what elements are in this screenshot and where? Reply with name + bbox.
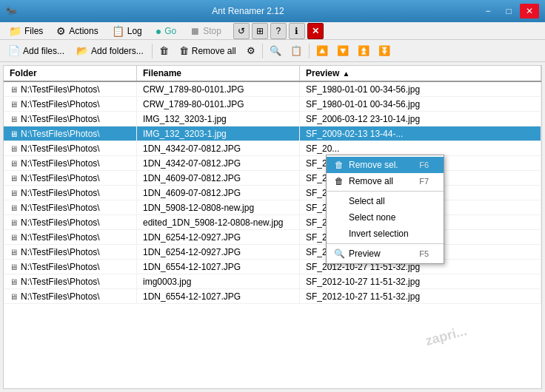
cell-filename: img0003.jpg xyxy=(137,274,300,288)
misc-button[interactable]: ⚙ xyxy=(243,42,259,60)
row-folder-icon: 🖥 xyxy=(10,144,18,153)
remove-all-button[interactable]: 🗑 Remove all xyxy=(174,42,241,60)
table-row[interactable]: 🖥N:\TestFiles\Photos\1DN_5908-12-0808-ne… xyxy=(4,200,541,215)
add-folders-icon: 📂 xyxy=(76,45,88,56)
table-row[interactable]: 🖥N:\TestFiles\Photos\edited_1DN_5908-12-… xyxy=(4,215,541,230)
add-files-label: Add files... xyxy=(23,46,64,56)
minimize-button[interactable]: − xyxy=(478,4,498,18)
table-row[interactable]: 🖥N:\TestFiles\Photos\IMG_132_3203-1.jpgS… xyxy=(4,126,541,141)
ctx-remove-sel-icon: 🗑 xyxy=(332,159,346,171)
row-folder-icon: 🖥 xyxy=(10,100,18,109)
col-filename[interactable]: Filename xyxy=(137,66,300,81)
menu-log[interactable]: 📋 Log xyxy=(106,24,148,38)
cell-preview: SF_20... xyxy=(300,141,541,155)
move-top-button[interactable]: ⏫ xyxy=(354,42,373,60)
ctx-select-none[interactable]: Select none xyxy=(327,209,444,226)
ctx-select-all[interactable]: Select all xyxy=(327,193,444,209)
row-folder-icon: 🖥 xyxy=(10,263,18,271)
ctx-invert-sel-icon xyxy=(332,228,346,240)
toolbar-icon-1[interactable]: ↺ xyxy=(233,23,250,39)
table-row[interactable]: 🖥N:\TestFiles\Photos\1DN_4342-07-0812.JP… xyxy=(4,141,541,156)
menu-go[interactable]: ● Go xyxy=(150,24,182,38)
cell-filename: 1DN_4609-07-0812.JPG xyxy=(137,186,300,200)
toolbar-icon-3[interactable]: ? xyxy=(270,23,287,39)
cell-filename: 1DN_6554-12-1027.JPG xyxy=(137,260,300,274)
cell-preview: SF_2012-10-27 11-51-32.jpg xyxy=(300,289,541,303)
cell-folder: 🖥N:\TestFiles\Photos\ xyxy=(4,171,137,185)
search-button[interactable]: 🔍 xyxy=(266,42,285,60)
file-table: Folder Filename Preview ▲ 🖥N:\TestFiles\… xyxy=(3,65,542,389)
menu-files[interactable]: 📁 Files xyxy=(3,24,49,38)
ctx-remove-all[interactable]: 🗑 Remove all F7 xyxy=(327,173,444,189)
cell-filename: 1DN_6254-12-0927.JPG xyxy=(137,230,300,244)
table-row[interactable]: 🖥N:\TestFiles\Photos\1DN_6254-12-0927.JP… xyxy=(4,245,541,260)
cell-preview: SF_2006-03-12 23-10-14.jpg xyxy=(300,112,541,126)
cell-preview: SF_2009-02-13 13-44-... xyxy=(300,126,541,141)
ctx-remove-sel-label: Remove sel. xyxy=(349,160,398,170)
toolbar-icon-4[interactable]: ℹ xyxy=(289,23,305,39)
add-folders-button[interactable]: 📂 Add folders... xyxy=(71,42,149,60)
cell-preview: SF_1980-01-01 00-34-56.jpg xyxy=(300,97,541,111)
cell-folder: 🖥N:\TestFiles\Photos\ xyxy=(4,82,137,96)
cell-preview: SF_2012-10-27 11-51-32.jpg xyxy=(300,274,541,288)
cell-filename: CRW_1789-80-0101.JPG xyxy=(137,82,300,96)
toolbar-icon-5[interactable]: ✕ xyxy=(307,23,324,39)
table-row[interactable]: 🖥N:\TestFiles\Photos\CRW_1789-80-0101.JP… xyxy=(4,82,541,97)
title-bar: 🐜 Ant Renamer 2.12 − □ ✕ xyxy=(0,0,545,22)
cell-folder: 🖥N:\TestFiles\Photos\ xyxy=(4,215,137,229)
cell-filename: IMG_132_3203-1.jpg xyxy=(137,126,300,141)
table-row[interactable]: 🖥N:\TestFiles\Photos\CRW_1789-80-0101.JP… xyxy=(4,97,541,112)
ctx-select-all-icon xyxy=(332,195,346,207)
table-header: Folder Filename Preview ▲ xyxy=(4,66,541,82)
row-folder-icon: 🖥 xyxy=(10,189,18,197)
ctx-preview-icon: 🔍 xyxy=(332,248,346,260)
row-folder-icon: 🖥 xyxy=(10,292,18,301)
cell-folder: 🖥N:\TestFiles\Photos\ xyxy=(4,97,137,111)
menu-go-label: Go xyxy=(164,26,176,36)
row-folder-icon: 🖥 xyxy=(10,277,18,286)
col-folder[interactable]: Folder xyxy=(4,66,137,81)
table-row[interactable]: 🖥N:\TestFiles\Photos\1DN_4609-07-0812.JP… xyxy=(4,171,541,186)
table-row[interactable]: 🖥N:\TestFiles\Photos\1DN_6554-12-1027.JP… xyxy=(4,260,541,274)
col-preview-label: Preview xyxy=(306,68,339,78)
maximize-button[interactable]: □ xyxy=(499,4,518,18)
ctx-preview[interactable]: 🔍 Preview F5 xyxy=(327,246,444,262)
table-row[interactable]: 🖥N:\TestFiles\Photos\1DN_4342-07-0812.JP… xyxy=(4,156,541,171)
menu-log-label: Log xyxy=(127,26,142,36)
cell-folder: 🖥N:\TestFiles\Photos\ xyxy=(4,186,137,200)
row-folder-icon: 🖥 xyxy=(10,129,18,138)
menu-files-label: Files xyxy=(24,26,43,36)
window-title: Ant Renamer 2.12 xyxy=(18,6,478,16)
ctx-preview-shortcut: F5 xyxy=(419,249,429,258)
table-row[interactable]: 🖥N:\TestFiles\Photos\1DN_6554-12-1027.JP… xyxy=(4,289,541,304)
add-files-button[interactable]: 📄 Add files... xyxy=(3,42,70,60)
menu-stop[interactable]: ⏹ Stop xyxy=(184,24,227,38)
misc-icon: ⚙ xyxy=(247,45,255,56)
table-row[interactable]: 🖥N:\TestFiles\Photos\img0003.jpgSF_2012-… xyxy=(4,274,541,289)
row-folder-icon: 🖥 xyxy=(10,218,18,227)
table-row[interactable]: 🖥N:\TestFiles\Photos\1DN_6254-12-0927.JP… xyxy=(4,230,541,245)
row-folder-icon: 🖥 xyxy=(10,203,18,212)
row-folder-icon: 🖥 xyxy=(10,248,18,257)
close-button[interactable]: ✕ xyxy=(520,4,539,18)
table-row[interactable]: 🖥N:\TestFiles\Photos\1DN_4609-07-0812.JP… xyxy=(4,186,541,200)
ctx-remove-sel[interactable]: 🗑 Remove sel. F6 xyxy=(327,157,444,173)
ctx-remove-all-icon: 🗑 xyxy=(332,175,346,187)
move-down-button[interactable]: 🔽 xyxy=(333,42,352,60)
cell-folder: 🖥N:\TestFiles\Photos\ xyxy=(4,230,137,244)
remove-sel-button[interactable]: 🗑 xyxy=(156,42,173,60)
cell-filename: 1DN_4342-07-0812.JPG xyxy=(137,141,300,155)
cell-filename: 1DN_5908-12-0808-new.jpg xyxy=(137,200,300,214)
menu-actions[interactable]: ⚙ Actions xyxy=(50,24,104,38)
col-preview[interactable]: Preview ▲ xyxy=(300,66,541,81)
ctx-invert-sel[interactable]: Invert selection xyxy=(327,226,444,242)
move-down-icon: 🔽 xyxy=(337,45,349,56)
move-bottom-button[interactable]: ⏬ xyxy=(375,42,394,60)
cell-filename: 1DN_6254-12-0927.JPG xyxy=(137,245,300,259)
list-button[interactable]: 📋 xyxy=(287,42,306,60)
move-up-button[interactable]: 🔼 xyxy=(312,42,332,60)
toolbar-icon-2[interactable]: ⊞ xyxy=(252,23,268,39)
remove-sel-icon: 🗑 xyxy=(159,45,169,56)
table-row[interactable]: 🖥N:\TestFiles\Photos\IMG_132_3203-1.jpgS… xyxy=(4,112,541,126)
cell-filename: edited_1DN_5908-12-0808-new.jpg xyxy=(137,215,300,229)
